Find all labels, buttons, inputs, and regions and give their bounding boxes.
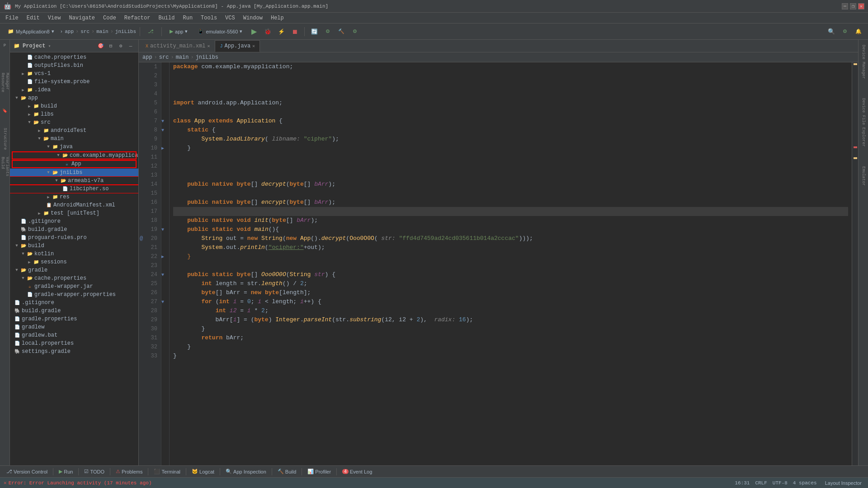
menu-view[interactable]: View [44, 14, 65, 22]
collapse-all-icon[interactable]: ⊟ [107, 42, 115, 50]
todo-button[interactable]: ☑ TODO [81, 468, 107, 475]
tree-item-jnilibs[interactable]: ▼ 📂 jniLibs [10, 169, 138, 177]
close-tab-xml[interactable]: ✕ [207, 43, 210, 49]
tree-item-local-props[interactable]: 📄 local.properties [10, 339, 138, 347]
gutter-10[interactable]: ▶ [161, 144, 169, 153]
menu-help[interactable]: Help [267, 14, 288, 22]
settings-button-2[interactable]: ⚙ [839, 26, 851, 38]
tab-activity-main-xml[interactable]: X activity_main.xml ✕ [141, 40, 215, 52]
build-button[interactable]: 🔨 [335, 26, 347, 38]
gradle-sync-button[interactable]: ⚙ [322, 26, 334, 38]
tree-item-gradle[interactable]: ▼ 📂 gradle [10, 266, 138, 274]
tree-item-settings-gradle[interactable]: 🐘 settings.gradle [10, 347, 138, 356]
close-tab-java[interactable]: ✕ [252, 43, 255, 49]
gutter-22[interactable]: ▶ [161, 252, 169, 261]
profile-button[interactable]: ⚡ [275, 26, 287, 38]
tree-item-outputfiles[interactable]: 📄 outputFiles.bin [10, 61, 138, 70]
bookmarks-icon[interactable]: 🔖 [1, 107, 9, 115]
tree-item-app[interactable]: ▼ 📂 app [10, 94, 138, 102]
tree-item-java[interactable]: ▼ 📁 java [10, 143, 138, 151]
tree-item-gradlew-bat[interactable]: 📄 gradlew.bat [10, 331, 138, 339]
layout-inspector-button[interactable]: Layout Inspector [822, 479, 864, 487]
code-content[interactable]: package com.example.myapplication; impor… [170, 62, 852, 465]
menu-code[interactable]: Code [99, 14, 120, 22]
tree-item-unittest[interactable]: ▶ 📁 test [unitTest] [10, 209, 138, 217]
tree-item-gradlew[interactable]: 📄 gradlew [10, 323, 138, 331]
tree-item-libcipher[interactable]: 📄 libcipher.so [10, 185, 138, 193]
project-selector[interactable]: 📁 MyApplication8 ▾ [4, 26, 58, 38]
tree-item-wrapper[interactable]: ▼ 📂 cache.properties [10, 274, 138, 282]
tree-item-gitignore-root[interactable]: 📄 .gitignore [10, 299, 138, 307]
tree-item-gitignore1[interactable]: 📄 .gitignore [10, 217, 138, 225]
settings-button[interactable]: ⚙ [349, 26, 361, 38]
tree-item-buildgradle-root[interactable]: 🐘 build.gradle [10, 307, 138, 315]
terminal-button[interactable]: ⬛ Terminal [151, 468, 183, 475]
title-bar-controls[interactable]: — ❐ ✕ [842, 3, 864, 9]
profiler-button[interactable]: 📊 Profiler [305, 468, 334, 475]
menu-refactor[interactable]: Refactor [121, 14, 154, 22]
tree-item-buildgradle1[interactable]: 🐘 build.gradle [10, 225, 138, 234]
tree-item-kotlin[interactable]: ▼ 📂 kotlin [10, 250, 138, 258]
bc-main[interactable]: main [176, 54, 189, 61]
menu-tools[interactable]: Tools [197, 14, 221, 22]
structure-icon[interactable]: Structure [1, 135, 9, 143]
tree-item-fsprobe[interactable]: 📄 file-system.probe [10, 78, 138, 86]
tree-item-libs[interactable]: ▶ 📁 libs [10, 110, 138, 118]
tree-item-idea[interactable]: ▶ 📁 .idea [10, 86, 138, 94]
close-button[interactable]: ✕ [858, 3, 864, 9]
bc-src[interactable]: src [159, 54, 169, 61]
resource-manager-icon[interactable]: Resource Manager [1, 79, 9, 87]
gutter-19[interactable]: ▼ [161, 225, 169, 234]
version-control-button[interactable]: ⎇ Version Control [4, 468, 50, 475]
menu-window[interactable]: Window [240, 14, 266, 22]
tree-item-sessions[interactable]: ▶ 📁 sessions [10, 258, 138, 266]
tree-item-build1[interactable]: ▶ 📁 build [10, 102, 138, 110]
gutter-27[interactable]: ▼ [161, 297, 169, 306]
run-button[interactable]: ▶ [248, 26, 260, 38]
device-file-explorer-icon[interactable]: Device File Explorer [859, 98, 868, 147]
build-variants-left-icon[interactable]: Build Variants [1, 163, 9, 171]
logcat-button[interactable]: 🐱 Logcat [189, 468, 217, 475]
tree-item-androidtest[interactable]: ▶ 📁 androidTest [10, 127, 138, 135]
tree-item-package[interactable]: ▼ 📂 com.example.myapplica [12, 151, 137, 160]
panel-settings-icon[interactable]: ⚙ [117, 42, 125, 50]
tree-item-gradle-properties[interactable]: 📄 gradle.properties [10, 315, 138, 323]
event-log-button[interactable]: 4 Event Log [340, 468, 375, 475]
debug-button[interactable]: 🐞 [262, 26, 274, 38]
tree-item-src[interactable]: ▼ 📂 src [10, 118, 138, 127]
run-config-button[interactable]: ▶ app ▾ [165, 26, 192, 38]
gutter-7[interactable]: ▼ [161, 117, 169, 126]
sync-button[interactable]: 🔄 [308, 26, 320, 38]
tree-item-build-root[interactable]: ▼ 📂 build [10, 242, 138, 250]
search-everywhere-button[interactable]: 🔍 [826, 26, 837, 38]
tree-item-res[interactable]: ▶ 📁 res [10, 193, 138, 201]
gutter-24[interactable]: ▼ [161, 270, 169, 279]
run-bottom-button[interactable]: ▶ Run [56, 468, 75, 475]
device-manager-icon[interactable]: Device Manager [859, 42, 868, 82]
project-panel-toggle[interactable]: P [1, 42, 9, 50]
tree-item-armeabi[interactable]: ▼ 📂 armeabi-v7a [10, 177, 138, 185]
menu-edit[interactable]: Edit [23, 14, 43, 22]
tree-item-cache-properties[interactable]: 📄 cache.properties [10, 53, 138, 61]
menu-file[interactable]: File [2, 14, 22, 22]
build-bottom-button[interactable]: 🔨 Build [275, 468, 299, 475]
maximize-button[interactable]: ❐ [850, 3, 856, 9]
tree-item-gradle-props[interactable]: 📄 gradle-wrapper.properties [10, 291, 138, 299]
gutter-8[interactable]: ▼ [161, 126, 169, 135]
tree-item-app-java[interactable]: ☕ App [12, 160, 137, 168]
menu-build[interactable]: Build [155, 14, 178, 22]
tab-app-java[interactable]: J App.java ✕ [215, 40, 260, 52]
bc-app[interactable]: app [142, 54, 152, 61]
menu-navigate[interactable]: Navigate [65, 14, 99, 22]
locate-file-icon[interactable]: 🎯 [97, 42, 105, 50]
tree-item-gradle-jar[interactable]: ☕ gradle-wrapper.jar [10, 282, 138, 291]
tree-item-vcs1[interactable]: ▶ 📁 vcs-1 [10, 70, 138, 78]
problems-button[interactable]: ⚠ Problems [113, 468, 145, 475]
stop-button[interactable]: ⏹ [289, 26, 301, 38]
vcs-button[interactable]: ⎇ [144, 26, 158, 38]
device-selector-button[interactable]: 📱 emulator-5560 ▾ [193, 26, 246, 38]
emulator-icon[interactable]: Emulator [859, 163, 868, 190]
tree-item-manifest[interactable]: 📋 AndroidManifest.xml [10, 201, 138, 209]
app-inspection-button[interactable]: 🔍 App Inspection [223, 468, 269, 475]
tree-item-main[interactable]: ▼ 📂 main [10, 135, 138, 143]
